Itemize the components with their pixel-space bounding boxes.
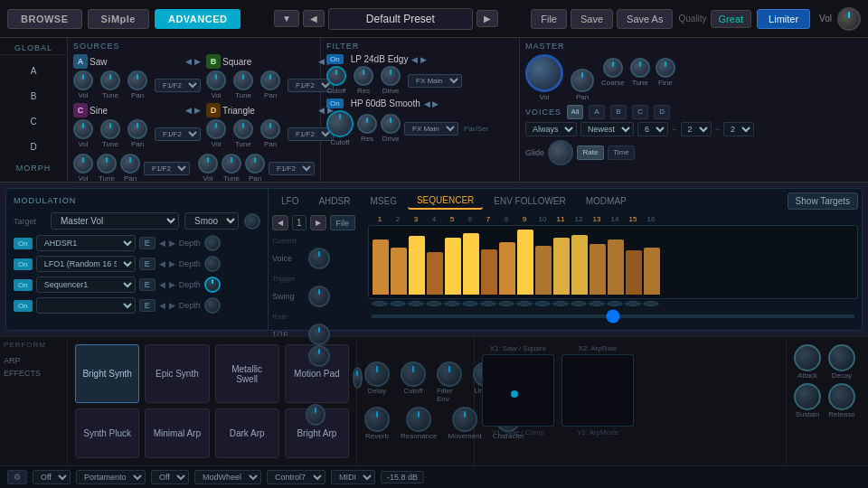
tab-sequencer[interactable]: SEQUENCER — [408, 192, 483, 210]
mod4-arrow-left[interactable]: ◀ — [159, 301, 165, 310]
vol-knob[interactable] — [837, 7, 861, 31]
sustain-master-knob[interactable] — [794, 383, 821, 410]
morph-vol-knob[interactable] — [73, 154, 93, 174]
master-pan-knob[interactable] — [571, 69, 594, 92]
voice-c-btn[interactable]: C — [632, 105, 648, 119]
res2-knob[interactable] — [357, 114, 377, 134]
vol-a-knob[interactable] — [73, 70, 93, 90]
mod-target-select[interactable]: Master Vol — [51, 212, 179, 230]
preset-dropdown-btn[interactable]: ▼ — [274, 10, 299, 27]
mod4-e-btn[interactable]: E — [139, 299, 156, 312]
mod2-source[interactable]: LFO1 (Random 16 S — [36, 256, 136, 272]
preset-tile-1[interactable]: Epic Synth — [145, 344, 209, 403]
vol-d-knob[interactable] — [206, 119, 226, 139]
save-btn[interactable]: Save — [571, 9, 613, 29]
tune-b-knob[interactable] — [233, 70, 253, 90]
file-btn[interactable]: File — [531, 9, 567, 29]
tune-master-knob[interactable] — [630, 58, 650, 78]
resonance-knob[interactable] — [406, 407, 431, 432]
mod1-on-badge[interactable]: On — [14, 238, 33, 249]
mod4-arrow-right[interactable]: ▶ — [169, 301, 175, 310]
limiter-btn[interactable]: Limiter — [757, 9, 810, 29]
preset-next-btn[interactable]: ▶ — [476, 10, 498, 27]
voice-knob[interactable] — [308, 248, 330, 269]
delay-knob[interactable] — [364, 361, 390, 387]
tab-lfo[interactable]: LFO — [272, 193, 307, 209]
seq-bar-15[interactable] — [626, 250, 642, 295]
mod2-depth-knob[interactable] — [204, 256, 221, 272]
preset-tile-6[interactable]: Dark Arp — [215, 408, 279, 457]
filter2-on-badge[interactable]: On — [326, 99, 344, 108]
mod2-e-btn[interactable]: E — [139, 258, 156, 270]
mod1-source[interactable]: AHDSR1 — [36, 235, 136, 251]
browse-tab[interactable]: BROWSE — [7, 9, 82, 29]
morph-tune2-knob[interactable] — [222, 154, 241, 174]
seq-nav-left[interactable]: ◀ — [272, 215, 288, 230]
voice-all-btn[interactable]: All — [567, 105, 583, 119]
drive1-knob[interactable] — [381, 66, 401, 86]
tab-mseg[interactable]: MSEG — [361, 193, 405, 209]
value-knob[interactable] — [306, 404, 326, 426]
fxmain2-select[interactable]: FX Main — [404, 122, 458, 136]
show-targets-btn[interactable]: Show Targets — [788, 192, 858, 210]
vol-b-knob[interactable] — [206, 70, 226, 90]
seq-bar-11[interactable] — [553, 238, 570, 295]
mod3-source[interactable]: Sequencer1 — [36, 277, 136, 293]
pan-b-knob[interactable] — [260, 70, 280, 90]
morph-tune-knob[interactable] — [97, 154, 117, 174]
mod4-source[interactable] — [36, 297, 136, 314]
mod2-on-badge[interactable]: On — [14, 258, 33, 270]
seq-bar-5[interactable] — [445, 238, 461, 295]
morph-pan-knob[interactable] — [120, 154, 140, 174]
seq-bars[interactable] — [368, 225, 858, 299]
cutoff1-knob[interactable] — [326, 66, 346, 86]
voice-a-btn[interactable]: A — [589, 105, 605, 119]
attack-master-knob[interactable] — [794, 344, 821, 371]
mod3-e-btn[interactable]: E — [139, 278, 156, 291]
advanced-tab[interactable]: advanced — [155, 9, 241, 29]
save-as-btn[interactable]: Save As — [617, 9, 673, 29]
seq-bar-7[interactable] — [481, 249, 497, 295]
filter2-arrows[interactable]: ◀ ▶ — [424, 99, 439, 108]
voice-num1-select[interactable]: 6 — [637, 122, 668, 136]
seq-slider[interactable] — [372, 314, 854, 318]
voice-b-btn[interactable]: B — [610, 105, 627, 119]
settings-icon-btn[interactable]: ⚙ — [7, 470, 27, 484]
f1f2-c-select[interactable]: F1/F2 — [155, 127, 201, 141]
mod4-on-badge[interactable]: On — [14, 300, 33, 312]
src-arrows-c[interactable]: ◀ ▶ — [185, 106, 201, 115]
seq-bar-4[interactable] — [427, 252, 443, 295]
tab-ahdsr[interactable]: AHDSR — [309, 193, 359, 209]
voice-num3-select[interactable]: 2 — [723, 122, 754, 136]
voice-mode-select[interactable]: Always — [525, 122, 577, 136]
glide-time-btn[interactable]: Time — [608, 145, 635, 160]
morph-f1f2-2-select[interactable]: F1/F2 — [269, 162, 315, 175]
attack-knob[interactable] — [308, 345, 330, 367]
tab-modmap[interactable]: MODMAP — [577, 193, 636, 209]
pan-c-knob[interactable] — [127, 119, 147, 139]
seq-bar-3[interactable] — [409, 236, 425, 295]
morph-pan2-knob[interactable] — [245, 154, 265, 174]
seq-bar-10[interactable] — [535, 246, 552, 295]
morph-f1f2-select[interactable]: F1/F2 — [144, 162, 190, 175]
seq-bar-12[interactable] — [571, 235, 588, 295]
swing-knob[interactable] — [308, 286, 330, 307]
fine-knob[interactable] — [656, 58, 675, 78]
src-arrows-a[interactable]: ◀ ▶ — [185, 57, 201, 66]
tune-d-knob[interactable] — [233, 119, 253, 139]
hold-knob[interactable] — [353, 367, 363, 389]
release-master-knob[interactable] — [828, 383, 855, 410]
seq-nav-right[interactable]: ▶ — [310, 215, 326, 230]
decay-master-knob[interactable] — [828, 344, 855, 371]
tune-a-knob[interactable] — [100, 70, 120, 90]
filter1-on-badge[interactable]: On — [326, 54, 344, 64]
cutoff2-knob[interactable] — [326, 110, 354, 137]
off2-select[interactable]: Off — [151, 470, 189, 484]
preset-tile-0[interactable]: Bright Synth — [75, 344, 139, 403]
mod4-depth-knob[interactable] — [204, 297, 221, 314]
seq-bar-9[interactable] — [517, 230, 533, 295]
mod3-arrow-left[interactable]: ◀ — [159, 280, 165, 289]
mod3-depth-knob[interactable] — [204, 277, 221, 293]
midi-select[interactable]: MIDI — [331, 470, 375, 484]
voice-num2-select[interactable]: 2 — [681, 122, 712, 136]
